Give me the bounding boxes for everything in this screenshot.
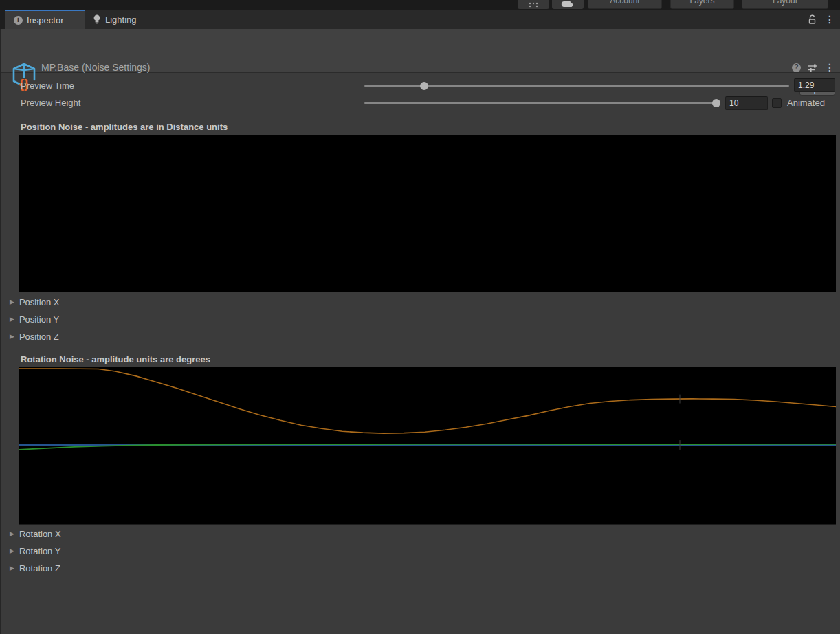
account-dropdown[interactable]: Account — [588, 0, 662, 9]
tab-inspector-label: Inspector — [27, 15, 63, 25]
rotation-noise-chart — [19, 367, 836, 524]
panel-edge — [0, 29, 1, 634]
preview-time-slider[interactable] — [364, 81, 789, 91]
cloud-button[interactable] — [552, 0, 584, 9]
layers-dropdown[interactable]: Layers — [670, 0, 734, 9]
chevron-right-icon: ▶ — [10, 531, 14, 537]
chevron-right-icon: ▶ — [10, 334, 14, 340]
preview-height-slider[interactable] — [364, 98, 720, 108]
foldout-label: Rotation Y — [19, 546, 60, 556]
preview-height-label: Preview Height — [21, 98, 80, 108]
panel-edge — [0, 10, 5, 29]
foldout-label: Position Y — [19, 314, 59, 325]
foldout-rotation-z[interactable]: ▶ Rotation Z — [10, 562, 60, 574]
presets-icon[interactable] — [808, 63, 818, 72]
foldout-label: Rotation X — [19, 529, 61, 539]
unity-inspector-window: Account Layers Layout i Inspector Lighti… — [0, 0, 840, 634]
foldout-position-x[interactable]: ▶ Position X — [10, 296, 59, 308]
asset-title: MP.Base (Noise Settings) — [41, 62, 150, 73]
kebab-menu-icon[interactable]: ⋮ — [825, 63, 835, 72]
layout-dropdown[interactable]: Layout — [742, 0, 828, 9]
preview-height-field[interactable]: 10 — [725, 96, 768, 110]
rotation-noise-preview — [19, 367, 836, 525]
slider-track[interactable] — [364, 85, 789, 87]
foldout-position-z[interactable]: ▶ Position Z — [10, 330, 59, 342]
chevron-right-icon: ▶ — [10, 548, 14, 554]
layers-dropdown-label: Layers — [689, 0, 714, 6]
foldout-position-y[interactable]: ▶ Position Y — [10, 313, 59, 325]
bulb-icon — [93, 14, 101, 25]
slider-handle[interactable] — [420, 82, 428, 90]
animated-checkbox[interactable] — [772, 98, 782, 108]
grid-snap-icon — [528, 2, 539, 8]
foldout-rotation-y[interactable]: ▶ Rotation Y — [10, 545, 60, 557]
slider-track[interactable] — [364, 102, 720, 104]
help-icon[interactable]: ? — [792, 63, 801, 72]
grid-snap-button[interactable] — [518, 0, 549, 9]
preview-time-field[interactable]: 1.29 — [794, 78, 835, 92]
preview-height-value: 10 — [729, 98, 738, 108]
preview-time-label: Preview Time — [21, 80, 74, 91]
preview-time-value: 1.29 — [798, 80, 814, 90]
slider-handle[interactable] — [712, 99, 720, 107]
kebab-menu-icon[interactable]: ⋮ — [825, 14, 835, 24]
foldout-label: Position X — [19, 297, 60, 307]
account-dropdown-label: Account — [610, 0, 639, 6]
tab-inspector[interactable]: i Inspector — [5, 10, 85, 29]
foldout-rotation-x[interactable]: ▶ Rotation X — [10, 527, 61, 540]
animated-label: Animated — [787, 98, 825, 108]
position-section-title: Position Noise - amplitudes are in Dista… — [21, 122, 228, 132]
panel-tab-bar: i Inspector Lighting ⋮ — [0, 10, 840, 29]
chevron-right-icon: ▶ — [10, 565, 14, 571]
curve-rotation-x — [19, 369, 836, 433]
foldout-label: Position Z — [19, 331, 59, 342]
tab-lighting[interactable]: Lighting — [85, 10, 145, 29]
layout-dropdown-label: Layout — [773, 0, 797, 6]
foldout-label: Rotation Z — [19, 563, 60, 573]
asset-header: {} MP.Base (Noise Settings) ? ⋮ Open — [0, 29, 840, 73]
chevron-right-icon: ▶ — [10, 299, 14, 305]
info-icon: i — [14, 16, 23, 25]
position-noise-preview — [19, 135, 836, 292]
chevron-right-icon: ▶ — [10, 316, 14, 323]
main-toolbar: Account Layers Layout — [0, 0, 840, 10]
position-noise-chart — [19, 135, 836, 292]
rotation-section-title: Rotation Noise - amplitude units are deg… — [21, 354, 210, 364]
cloud-icon — [561, 1, 575, 8]
unlock-icon[interactable] — [808, 14, 817, 24]
tab-lighting-label: Lighting — [105, 14, 137, 25]
